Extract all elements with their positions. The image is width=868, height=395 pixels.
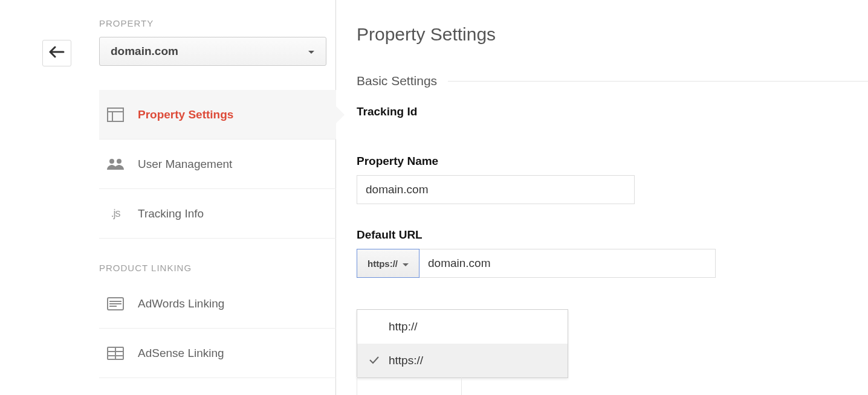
protocol-option-https[interactable]: https:// — [357, 344, 568, 377]
default-url-label: Default URL — [357, 228, 868, 242]
nav-item-label: User Management — [138, 158, 232, 171]
property-name-block: Property Name — [357, 155, 868, 204]
sidebar: PROPERTY domain.com Property Settings Us… — [71, 0, 336, 395]
svg-point-4 — [117, 159, 121, 164]
nav-user-management[interactable]: User Management — [99, 140, 336, 189]
svg-point-3 — [109, 159, 114, 164]
main-content: Property Settings Basic Settings Trackin… — [357, 0, 868, 278]
default-url-block: Default URL https:// — [357, 228, 868, 278]
property-nav: Property Settings User Management .js Tr… — [99, 90, 336, 239]
adwords-icon — [106, 295, 125, 313]
nav-tracking-info[interactable]: .js Tracking Info — [99, 189, 336, 239]
property-section-label: PROPERTY — [99, 18, 335, 28]
nav-item-label: AdSense Linking — [138, 347, 224, 360]
page-title: Property Settings — [357, 24, 868, 45]
divider — [448, 81, 868, 82]
users-icon — [106, 155, 125, 173]
protocol-select-value: https:// — [368, 259, 398, 269]
nav-adwords-linking[interactable]: AdWords Linking — [99, 279, 336, 329]
property-name-label: Property Name — [357, 155, 868, 168]
option-label: http:// — [389, 320, 418, 333]
nav-adsense-linking[interactable]: AdSense Linking — [99, 329, 336, 378]
protocol-select[interactable]: https:// — [357, 249, 419, 278]
basic-settings-header: Basic Settings — [357, 74, 868, 88]
property-selector-value: domain.com — [111, 45, 178, 58]
js-icon: .js — [106, 205, 125, 223]
nav-item-label: Property Settings — [138, 108, 233, 121]
protocol-dropdown: http:// https:// — [357, 309, 568, 378]
property-selector[interactable]: domain.com — [99, 37, 326, 66]
svg-rect-0 — [108, 108, 123, 121]
back-button[interactable] — [42, 40, 71, 66]
tracking-id-block: Tracking Id — [357, 105, 868, 118]
product-linking-section-label: PRODUCT LINKING — [99, 263, 335, 273]
option-label: https:// — [389, 354, 423, 367]
adsense-icon — [106, 344, 125, 362]
property-name-input[interactable] — [357, 175, 635, 204]
product-linking-nav: AdWords Linking AdSense Linking — [99, 279, 336, 378]
nav-item-label: Tracking Info — [138, 207, 204, 220]
check-icon — [369, 354, 381, 367]
nav-property-settings[interactable]: Property Settings — [99, 90, 336, 140]
tracking-id-label: Tracking Id — [357, 105, 868, 118]
partial-box — [357, 377, 462, 395]
back-arrow-icon — [49, 46, 65, 60]
caret-down-icon — [308, 45, 315, 58]
default-url-input[interactable] — [419, 249, 716, 278]
basic-settings-title: Basic Settings — [357, 74, 437, 88]
caret-down-icon — [403, 259, 409, 269]
protocol-option-http[interactable]: http:// — [357, 310, 568, 344]
panel-icon — [106, 106, 125, 124]
nav-item-label: AdWords Linking — [138, 297, 224, 310]
